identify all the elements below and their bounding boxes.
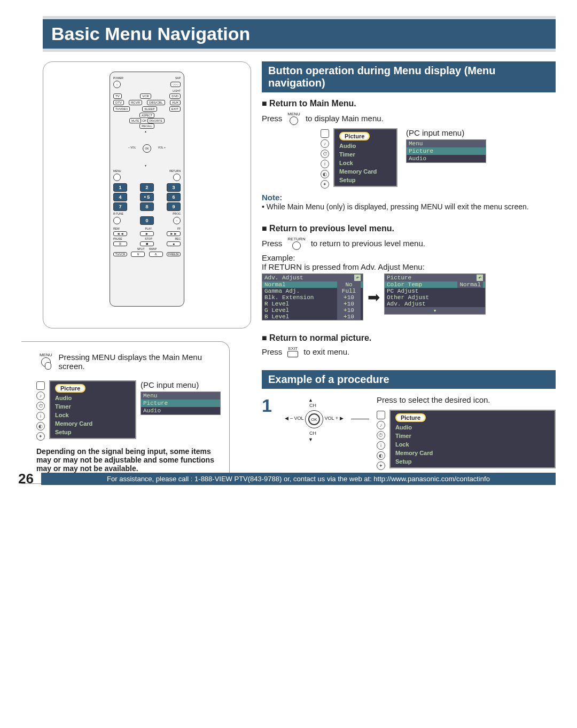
pic-r0-l: Color Temp <box>387 281 422 288</box>
ch-label: CH <box>142 119 146 122</box>
sec1-osd-timer: Timer <box>336 150 395 159</box>
sec2-title: Return to previous level menu. <box>262 224 556 233</box>
sec3-after: to exit menu. <box>303 347 349 356</box>
stop-button: ■ <box>140 241 154 246</box>
pic-r2-l: Other Adjust <box>387 294 429 301</box>
sec1-after: to display Main menu. <box>306 114 384 123</box>
dtv-button: DTV <box>113 100 124 105</box>
pause-button: II <box>113 241 127 246</box>
proc-osd-lock: Lock <box>392 440 553 449</box>
return-button-icon: RETURN <box>287 237 305 250</box>
ok-button: OK <box>143 144 151 153</box>
picture-icon <box>321 129 329 138</box>
picture-icon <box>377 411 385 419</box>
proc-text: Press to select the desired icon. <box>377 395 556 404</box>
tv-button: TV <box>113 93 122 99</box>
adv-r1-l: Gamma Adj. <box>264 288 300 294</box>
num-8: 8 <box>140 202 154 211</box>
lock-icon: i <box>377 441 385 450</box>
return-normal-section: Return to normal picture. Press EXIT to … <box>262 333 556 357</box>
exit-btn-label: EXIT <box>288 346 298 351</box>
sec1-osd-icons: ♪ ⏱ i ◐ ✦ <box>321 128 329 189</box>
osd-setup: Setup <box>52 428 134 436</box>
page-title: Basic Menu Navigation <box>43 16 556 52</box>
osd-picture: Picture <box>55 384 85 393</box>
lower-left-panel: MENU Pressing MENU displays the Main Men… <box>21 341 230 484</box>
more-down-icon: ▾ <box>433 307 437 314</box>
num-2: 2 <box>140 183 154 192</box>
power-button: ○ <box>113 81 121 88</box>
num-0: 0 <box>140 216 154 225</box>
proc-ok: OK <box>308 413 320 425</box>
ff-button: ►► <box>167 231 181 236</box>
proc-ch-up: CH <box>309 403 316 408</box>
sec1-osd-picture: Picture <box>339 132 370 140</box>
setup-icon: ✦ <box>36 432 45 441</box>
menu-button-small-icon: MENU <box>287 112 300 125</box>
main-menu-osd: Picture Audio Timer Lock Memory Card Set… <box>49 380 136 439</box>
num-1: 1 <box>113 183 127 192</box>
exit-button: EXIT <box>169 106 181 112</box>
num-7: 7 <box>113 202 127 211</box>
proc-vol-down: – VOL <box>290 416 304 421</box>
sec1-note-title: Note: <box>262 193 282 202</box>
play-label: PLAY <box>145 227 152 230</box>
menu-icon-label: MENU <box>40 353 52 357</box>
signal-note: Depending on the signal being input, som… <box>36 447 221 473</box>
sec2-example-label: Example: <box>262 253 556 262</box>
menu-label: MENU <box>113 169 121 173</box>
pic-r3-l: Adv. Adjust <box>387 301 426 307</box>
pip-up: ∧ <box>149 252 163 257</box>
setup-icon: ✦ <box>321 180 329 189</box>
rec-label: REC <box>175 237 181 240</box>
stop-label: STOP <box>145 237 152 240</box>
sec1-press: Press <box>262 114 282 123</box>
mute-button: MUTE <box>129 118 141 123</box>
num-3: 3 <box>167 183 181 192</box>
sec2-after: to return to previous level menu. <box>311 239 425 248</box>
page-number: 26 <box>18 471 34 487</box>
return-label: RETURN <box>169 169 181 173</box>
rew-label: REW <box>113 227 120 230</box>
sec1-pc-label: (PC input menu) <box>406 128 486 137</box>
procedure-step-1: 1 OK ▲ CH ◀ – VOL VOL + ▶ CH ▼ Press to … <box>262 395 556 470</box>
tvvideo-button: TV/VIDEO <box>113 106 130 112</box>
power-label: POWER <box>113 76 123 80</box>
sec1-osd-memory: Memory Card <box>336 167 395 176</box>
adv-r5-v: +10 <box>337 314 361 320</box>
step-number: 1 <box>262 395 272 416</box>
rtune-label: R-TUNE <box>113 212 123 215</box>
adv-adjust-table: Adv. Adjust↶ NormalNo Gamma Adj.Full Blk… <box>262 273 363 320</box>
audio-icon: ♪ <box>321 139 329 148</box>
timer-icon: ⏱ <box>321 150 329 158</box>
pc-menu-picture: Picture <box>141 400 220 407</box>
return-button <box>173 174 181 181</box>
pic-head: Picture <box>387 275 411 281</box>
section-heading-1: Button operation during Menu display (Me… <box>262 61 556 92</box>
proc-osd-setup: Setup <box>392 457 553 466</box>
return-icon: ↶ <box>477 275 483 281</box>
sec1-pcmenu-audio: Audio <box>407 155 486 162</box>
aspect-button: ASPECT <box>139 113 154 118</box>
proc-osd-timer: Timer <box>392 432 553 440</box>
ch-down: ▼ <box>144 164 147 167</box>
play-button: ► <box>140 231 154 236</box>
return-main-menu-section: Return to Main Menu. Press MENU to displ… <box>262 99 556 211</box>
arrow-right-icon: ➡ <box>368 288 380 306</box>
light-label: LIGHT <box>173 89 181 92</box>
num-4: 4 <box>113 193 127 201</box>
pc-menu-head: Menu <box>141 392 220 400</box>
adv-r0-l: Normal <box>264 281 286 288</box>
card-icon: ◐ <box>36 422 45 430</box>
adv-r3-v: +10 <box>337 301 361 307</box>
dbs-button: DBS/CBL <box>147 100 165 105</box>
swap-label: SWAP <box>149 247 157 251</box>
menu-btn-label: MENU <box>287 112 300 116</box>
sap-label: SAP <box>175 76 181 80</box>
lock-icon: i <box>36 412 45 420</box>
ff-label: FF <box>177 227 181 230</box>
timer-icon: ⏱ <box>377 431 385 440</box>
picture-icon <box>36 381 45 390</box>
adv-r4-v: +10 <box>337 307 361 314</box>
proc-vol-up: VOL + <box>324 416 338 421</box>
